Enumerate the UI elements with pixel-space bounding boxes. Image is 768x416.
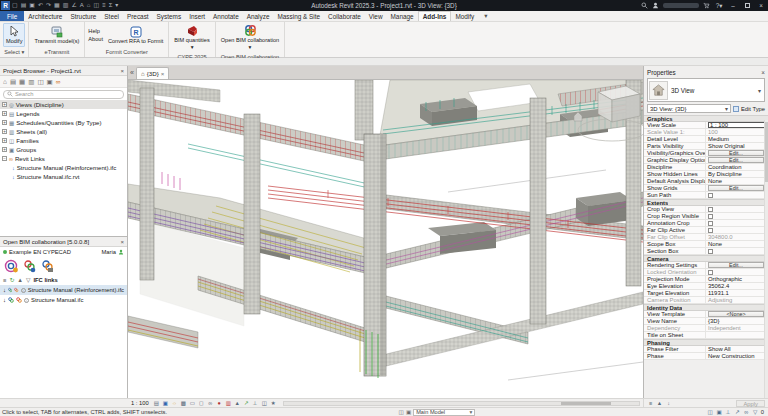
checkbox[interactable] — [708, 249, 713, 254]
download-icon[interactable]: ↓ — [3, 287, 6, 293]
section-extents[interactable]: Extents — [644, 199, 768, 206]
project-browser-toolbar[interactable]: ⌂ ▤ ▦ ▥ ◫ ▣ ∞ — [0, 76, 127, 88]
checkbox[interactable] — [708, 221, 713, 226]
views-filter-icon[interactable]: ▤ — [10, 78, 16, 86]
tab-collaborate[interactable]: Collaborate — [324, 11, 365, 21]
section-phasing[interactable]: Phasing — [644, 339, 768, 346]
prop-phase-filter[interactable]: Phase FilterShow All — [644, 346, 768, 353]
tab-systems[interactable]: Systems — [153, 11, 186, 21]
qat-undo-icon[interactable]: ↶ — [38, 1, 43, 10]
search-input[interactable]: Search — [3, 90, 124, 99]
prop-crop-region-visible[interactable]: Crop Region Visible — [644, 213, 768, 220]
prop-view-name[interactable]: View Name{3D} — [644, 318, 768, 325]
tree-item-groups[interactable]: +▣Groups — [0, 145, 127, 154]
select-pinned-icon[interactable]: ⊥ — [725, 409, 732, 415]
qat-3d-view-icon[interactable]: ⌂ — [87, 1, 91, 10]
apply-button[interactable]: Apply — [736, 400, 765, 407]
tree-item-revit-links[interactable]: −∞Revit Links — [0, 154, 127, 163]
3d-model-view[interactable] — [128, 80, 643, 397]
prop-projection-mode[interactable]: Projection ModeOrthographic — [644, 276, 768, 283]
tab-analyze[interactable]: Analyze — [243, 11, 274, 21]
qat-customize-icon[interactable]: ▾ — [115, 1, 118, 10]
prop-phase[interactable]: PhaseNew Construction — [644, 353, 768, 360]
groups-icon[interactable]: ▣ — [47, 78, 53, 86]
qat-open-icon[interactable]: ▢ — [12, 1, 18, 10]
list-menu-icon[interactable]: ≡ — [3, 277, 6, 283]
prop-eye-elevation[interactable]: Eye Elevation35062.4 — [644, 283, 768, 290]
qat-sync-icon[interactable]: ▣ — [29, 1, 35, 10]
help-menu[interactable]: ?▾ — [714, 0, 724, 11]
filter-icon[interactable]: ▽ — [26, 277, 30, 283]
tab-view[interactable]: View — [365, 11, 387, 21]
bim-quantities-button[interactable]: BIM quantities ▾ — [172, 23, 211, 52]
prop-title-on-sheet[interactable]: Title on Sheet — [644, 332, 768, 339]
prop-section-box[interactable]: Section Box — [644, 248, 768, 255]
cart-icon[interactable] — [703, 2, 710, 9]
prop-show-grids[interactable]: Show GridsEdit... — [644, 185, 768, 192]
search-icon[interactable] — [641, 2, 648, 9]
close-icon[interactable]: × — [161, 70, 165, 77]
qat-section-icon[interactable]: ◫ — [93, 1, 99, 10]
sheets-icon[interactable]: ▦ — [19, 78, 25, 86]
tab-architecture[interactable]: Architecture — [24, 11, 66, 21]
sort-default-icon[interactable]: ≡ — [647, 400, 654, 407]
about-button[interactable]: About — [88, 36, 103, 42]
design-option-select[interactable]: Main Model ▾ — [413, 409, 475, 416]
revit-logo-icon[interactable]: R — [1, 1, 10, 10]
checkbox[interactable] — [708, 207, 713, 212]
view-template-button[interactable]: <None> — [708, 311, 764, 317]
prop-show-hidden-lines[interactable]: Show Hidden LinesBy Discipline — [644, 171, 768, 178]
sort-desc-icon[interactable]: ↓ — [665, 400, 672, 407]
close-icon[interactable]: × — [120, 239, 124, 245]
prop-view-scale[interactable]: View Scale1 : 100 — [644, 122, 768, 129]
qat-save-icon[interactable]: ▤ — [21, 1, 27, 10]
tab-structure[interactable]: Structure — [66, 11, 100, 21]
prop-default-analysis[interactable]: Default Analysis Display ...None — [644, 178, 768, 185]
collapse-tabs-icon[interactable]: « — [130, 69, 134, 76]
horizontal-scrollbar[interactable] — [283, 401, 640, 406]
select-underlay-icon[interactable]: ▣ — [716, 409, 723, 415]
tab-annotate[interactable]: Annotate — [209, 11, 243, 21]
edit-button[interactable]: Edit... — [708, 150, 764, 156]
modify-button[interactable]: Modify — [3, 23, 25, 47]
view-options-icon[interactable]: ★ — [270, 400, 277, 407]
type-selector[interactable]: 3D View ▾ — [647, 78, 765, 102]
visual-style-icon[interactable]: ▣ — [162, 400, 169, 407]
tree-item-sheets[interactable]: +▥Sheets (all) — [0, 127, 127, 136]
crop-view-icon[interactable]: ▭ — [189, 400, 196, 407]
qat-thin-lines-icon[interactable]: ≡ — [102, 1, 106, 10]
tab-insert[interactable]: Insert — [185, 11, 209, 21]
filter-icon[interactable]: ▽ — [752, 409, 759, 415]
qat-print-icon[interactable]: ▦ — [54, 1, 60, 10]
tree-item-views[interactable]: +◎Views (Discipline) — [0, 100, 127, 109]
close-icon[interactable]: × — [761, 69, 765, 76]
tree-item-schedules[interactable]: +▦Schedules/Quantities (By Type) — [0, 118, 127, 127]
qat-text-icon[interactable]: A — [80, 1, 84, 10]
panel-label-select[interactable]: Select ▾ — [0, 48, 28, 57]
prop-detail-level[interactable]: Detail LevelMedium — [644, 136, 768, 143]
restore-button[interactable] — [742, 0, 752, 11]
qat-redo-icon[interactable]: ↷ — [46, 1, 51, 10]
worksharing-display-icon[interactable]: ◫ — [261, 400, 268, 407]
prop-rendering-settings[interactable]: Rendering SettingsEdit... — [644, 262, 768, 269]
tree-item-legends[interactable]: +▤Legends — [0, 109, 127, 118]
prop-target-elevation[interactable]: Target Elevation11931.1 — [644, 290, 768, 297]
user-icon[interactable] — [652, 2, 659, 9]
analytical-model-icon[interactable]: ▲ — [234, 400, 241, 407]
prop-discipline[interactable]: DisciplineCoordination — [644, 164, 768, 171]
tab-precast[interactable]: Precast — [123, 11, 153, 21]
convert-rfa-button[interactable]: R Convert RFA to Formit — [106, 24, 165, 46]
open-bim-collaboration-button[interactable]: Open BIM collaboration ▾ — [219, 23, 281, 52]
prop-graphic-display[interactable]: Graphic Display OptionsEdit... — [644, 157, 768, 164]
refresh-icon[interactable]: ↻ — [9, 277, 14, 283]
transmit-models-button[interactable]: Transmit model(s) — [32, 24, 81, 46]
edit-button[interactable]: Edit... — [708, 262, 764, 268]
temporary-hide-isolate-icon[interactable]: ∞ — [207, 400, 214, 407]
qat-dimension-icon[interactable]: ∠ — [71, 1, 76, 10]
detail-level-icon[interactable]: ▤ — [153, 400, 160, 407]
prop-parts-visibility[interactable]: Parts VisibilityShow Original — [644, 143, 768, 150]
model-canvas[interactable] — [128, 80, 643, 398]
home-icon[interactable]: ⌂ — [3, 78, 7, 85]
minimize-button[interactable]: – — [728, 0, 738, 11]
view-tab-3d[interactable]: ⌂ {3D} × — [136, 67, 169, 79]
